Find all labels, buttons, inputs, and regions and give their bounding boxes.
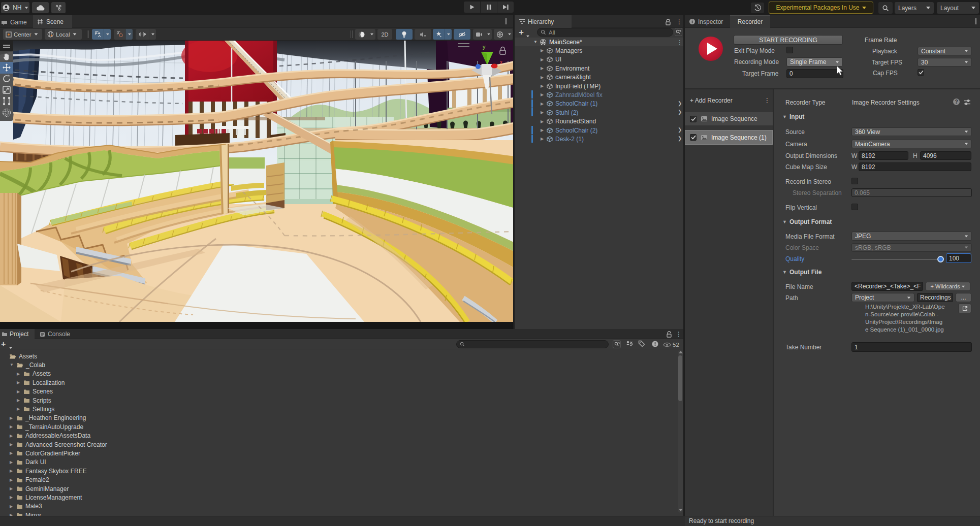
svg-text:y: y: [483, 44, 486, 50]
svg-text:x: x: [500, 59, 502, 65]
